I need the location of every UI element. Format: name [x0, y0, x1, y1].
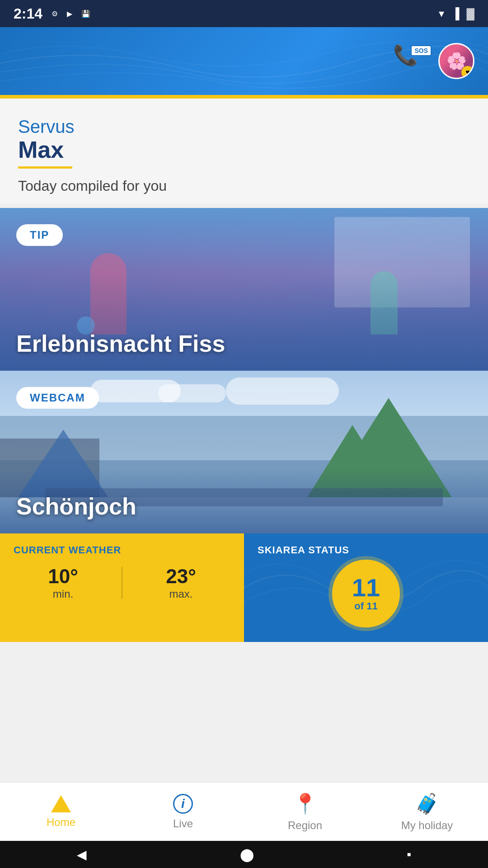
info-circle-icon: i: [173, 794, 193, 814]
welcome-greeting: Servus: [18, 117, 470, 137]
skiarea-number: 11: [352, 575, 380, 600]
nav-my-holiday-label: My holiday: [401, 819, 453, 832]
temp-divider: [122, 567, 122, 599]
gear-icon: ⚙: [52, 9, 58, 18]
nav-region[interactable]: 📍 Region: [244, 792, 366, 832]
temp-max-label: max.: [131, 588, 230, 600]
android-recents-button[interactable]: ▪: [407, 847, 412, 862]
webcam-tag: WEBCAM: [16, 387, 99, 409]
welcome-name: Max: [18, 137, 470, 163]
welcome-underline: [18, 166, 72, 169]
nav-home-label: Home: [47, 816, 75, 829]
webcam-card[interactable]: WEBCAM Schönjoch: [0, 371, 488, 533]
nav-live-label: Live: [173, 817, 193, 830]
webcam-cloud3: [226, 377, 339, 405]
yellow-divider: [0, 95, 488, 99]
skiarea-card[interactable]: SKIAREA STATUS 11 of 11: [244, 533, 488, 642]
app-header: 📞 SOS 🌸 ♥: [0, 27, 488, 95]
skiarea-label: SKIAREA STATUS: [258, 544, 349, 556]
bottom-nav: Home i Live 📍 Region 🧳 My holiday: [0, 782, 488, 841]
temp-max-unit: °: [188, 565, 196, 587]
user-avatar[interactable]: 🌸 ♥: [438, 43, 474, 79]
webcam-card-title: Schönjoch: [16, 493, 136, 520]
android-back-button[interactable]: ◀: [77, 847, 87, 862]
skiarea-circle-container: 11 of 11: [258, 556, 474, 631]
signal-icon: ▐: [451, 7, 459, 20]
location-pin-icon: 📍: [293, 792, 318, 816]
skiarea-of: of 11: [354, 600, 377, 612]
android-home-button[interactable]: ⬤: [240, 847, 254, 862]
welcome-subtitle: Today compiled for you: [18, 178, 470, 194]
tip-card-title: Erlebnisnacht Fiss: [16, 330, 225, 357]
play-icon: ▶: [67, 9, 72, 18]
sos-badge: SOS: [411, 45, 432, 56]
weather-card[interactable]: CURRENT WEATHER 10° min. 23° max.: [0, 533, 244, 642]
wifi-icon: ▾: [439, 7, 444, 20]
status-time: 2:14: [14, 5, 42, 22]
nav-region-label: Region: [288, 819, 322, 832]
welcome-section: Servus Max Today compiled for you: [0, 99, 488, 203]
battery-icon: ▓: [467, 7, 475, 20]
nav-home[interactable]: Home: [0, 795, 122, 829]
temp-unit: °: [70, 565, 78, 587]
webcam-cloud2: [158, 384, 226, 402]
skiarea-circle: 11 of 11: [332, 560, 400, 627]
sos-button[interactable]: 📞 SOS: [393, 45, 429, 77]
tip-card[interactable]: TIP Erlebnisnacht Fiss: [0, 208, 488, 371]
tip-tag: TIP: [16, 224, 63, 246]
home-icon: [51, 795, 71, 812]
bag-icon: 🧳: [415, 792, 440, 816]
heart-badge: ♥: [461, 66, 474, 79]
temp-min: 10° min.: [14, 565, 113, 600]
sd-card-icon: 💾: [81, 9, 90, 18]
temp-max: 23° max.: [131, 565, 230, 600]
temp-max-value: 23°: [166, 565, 196, 587]
temp-min-value: 10°: [48, 565, 78, 587]
nav-my-holiday[interactable]: 🧳 My holiday: [366, 792, 488, 832]
nav-live[interactable]: i Live: [122, 794, 244, 830]
header-actions: 📞 SOS 🌸 ♥: [393, 43, 474, 79]
android-nav-bar: ◀ ⬤ ▪: [0, 841, 488, 868]
weather-label: CURRENT WEATHER: [14, 544, 230, 556]
status-bar: 2:14 ⚙ ▶ 💾 ▾ ▐ ▓: [0, 0, 488, 27]
temp-min-label: min.: [14, 588, 113, 600]
bottom-cards: CURRENT WEATHER 10° min. 23° max.: [0, 533, 488, 642]
weather-temps: 10° min. 23° max.: [14, 565, 230, 600]
